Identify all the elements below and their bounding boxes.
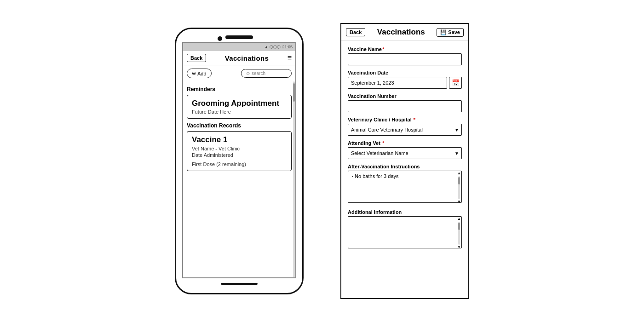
scrollbar-thumb (458, 177, 460, 184)
form-save-button[interactable]: 💾 Save (437, 28, 464, 37)
additional-scrollbar-down-icon[interactable]: ▼ (457, 246, 461, 249)
additional-info-label: Additional Information (348, 209, 462, 215)
vaccination-number-input[interactable] (348, 100, 462, 112)
scrollbar-track (458, 176, 460, 199)
after-vaccination-scrollbar: ▲ ▼ (457, 172, 461, 204)
vet-clinic-select-wrapper: Animal Care Veterinary Hospital City Pet… (348, 124, 462, 136)
vet-clinic-label: Veterinary Clinic / Hospital * (348, 117, 462, 122)
additional-info-field: Additional Information ▲ ▼ (348, 209, 462, 250)
vaccine-name-label: Vaccine Name* (348, 46, 462, 52)
phone-back-button[interactable]: Back (187, 54, 206, 62)
after-vaccination-textarea[interactable]: · No baths for 3 days (348, 171, 462, 203)
vaccine-date-line: Date Administered (192, 152, 287, 158)
reminder-subtitle: Future Date Here (192, 109, 287, 115)
phone-toolbar: ⊕ Add ⊙ search (183, 65, 295, 81)
required-marker-vet: * (381, 140, 384, 146)
wifi-icon: ▲ (264, 45, 269, 49)
after-vaccination-label: After-Vaccination Instructions (348, 164, 462, 169)
reminder-title: Grooming Appointment (192, 99, 287, 108)
form-panel: Back Vaccinations 💾 Save Vaccine Name* V… (340, 23, 469, 299)
status-time: 21:05 (282, 45, 293, 49)
search-placeholder: search (252, 71, 265, 76)
phone-screen: ▲ ⬡⬡⬡ 21:05 Back Vaccinations ≡ ⊕ Add ⊙ … (182, 42, 296, 278)
vet-clinic-field: Veterinary Clinic / Hospital * Animal Ca… (348, 117, 462, 136)
phone-speaker (225, 35, 253, 39)
attending-vet-select[interactable]: Select Veterinarian Name Dr. Smith Dr. J… (348, 147, 462, 159)
form-header: Back Vaccinations 💾 Save (341, 24, 468, 41)
after-vaccination-textarea-wrapper: · No baths for 3 days ▲ ▼ (348, 171, 462, 205)
phone-scrollbar (293, 81, 295, 277)
form-back-button[interactable]: Back (346, 28, 365, 36)
vaccination-date-field: Vaccination Date 📅 (348, 70, 462, 89)
form-body: Vaccine Name* Vaccination Date 📅 Vaccina… (341, 41, 468, 298)
hamburger-icon[interactable]: ≡ (288, 54, 292, 62)
attending-vet-label: Attending Vet * (348, 140, 462, 146)
additional-info-textarea-wrapper: ▲ ▼ (348, 216, 462, 250)
scrollbar-down-icon[interactable]: ▼ (457, 200, 461, 204)
phone-camera (218, 36, 222, 41)
vaccine-name-input[interactable] (348, 53, 462, 65)
reminder-card[interactable]: Grooming Appointment Future Date Here (187, 95, 292, 119)
calendar-button[interactable]: 📅 (449, 77, 462, 89)
vaccination-number-field: Vaccination Number (348, 93, 462, 112)
vaccination-number-label: Vaccination Number (348, 93, 462, 99)
attending-vet-select-wrapper: Select Veterinarian Name Dr. Smith Dr. J… (348, 147, 462, 159)
search-bar[interactable]: ⊙ search (241, 69, 292, 78)
phone-page-title: Vaccinations (225, 54, 269, 62)
save-label: Save (448, 29, 460, 35)
date-wrapper: 📅 (348, 77, 462, 89)
phone-scrollbar-thumb (293, 83, 295, 102)
phone-content: Reminders Grooming Appointment Future Da… (183, 81, 295, 277)
phone-home-bar[interactable] (221, 283, 258, 285)
vaccine-name-field: Vaccine Name* (348, 46, 462, 65)
vaccination-date-label: Vaccination Date (348, 70, 462, 75)
page-container: ▲ ⬡⬡⬡ 21:05 Back Vaccinations ≡ ⊕ Add ⊙ … (0, 0, 644, 322)
phone-status-bar: ▲ ⬡⬡⬡ 21:05 (183, 43, 295, 51)
vaccine-dose-line: First Dose (2 remaining) (192, 161, 287, 167)
add-label: Add (197, 71, 207, 76)
additional-scrollbar-up-icon[interactable]: ▲ (457, 217, 461, 221)
vaccination-date-input[interactable] (348, 77, 447, 89)
phone-nav-bar: Back Vaccinations ≡ (183, 51, 295, 65)
add-button[interactable]: ⊕ Add (187, 69, 212, 78)
vaccine-record-card[interactable]: Vaccine 1 Vet Name - Vet Clinic Date Adm… (187, 131, 292, 171)
additional-scrollbar-track (458, 222, 460, 245)
scrollbar-up-icon[interactable]: ▲ (457, 172, 461, 175)
vaccine-title: Vaccine 1 (192, 135, 287, 144)
signal-bars: ⬡⬡⬡ (270, 45, 281, 49)
additional-info-textarea[interactable] (348, 216, 462, 248)
additional-scrollbar-thumb (458, 223, 460, 230)
reminders-section-label: Reminders (187, 86, 292, 92)
vaccine-vet-line: Vet Name - Vet Clinic (192, 146, 287, 151)
attending-vet-field: Attending Vet * Select Veterinarian Name… (348, 140, 462, 159)
required-marker-clinic: * (412, 117, 415, 122)
vet-clinic-select[interactable]: Animal Care Veterinary Hospital City Pet… (348, 124, 462, 136)
required-marker: * (382, 46, 384, 52)
form-title: Vaccinations (377, 28, 425, 37)
add-icon: ⊕ (192, 70, 196, 76)
save-icon: 💾 (440, 29, 447, 35)
phone-mockup: ▲ ⬡⬡⬡ 21:05 Back Vaccinations ≡ ⊕ Add ⊙ … (175, 28, 304, 294)
search-icon: ⊙ (246, 71, 250, 76)
vaccination-records-section-label: Vaccination Records (187, 122, 292, 129)
after-vaccination-field: After-Vaccination Instructions · No bath… (348, 164, 462, 205)
additional-info-scrollbar: ▲ ▼ (457, 217, 461, 249)
